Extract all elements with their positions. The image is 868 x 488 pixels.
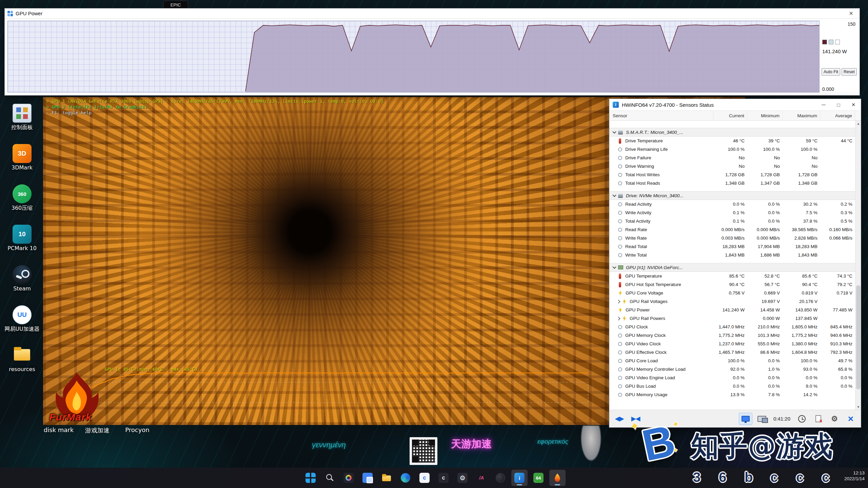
sensor-row[interactable]: GPU Hot Spot Temperature90.4 °C56.7 °C90… <box>609 280 855 289</box>
taskbar-aida-button[interactable]: /A <box>473 470 490 486</box>
collapse-chevron-icon[interactable] <box>612 130 616 134</box>
taskbar-hwinfo-button[interactable]: i <box>511 470 528 486</box>
sensor-row[interactable]: GPU Power141.240 W14.458 W143.850 W77.48… <box>609 306 855 314</box>
series-color-swatch[interactable] <box>829 40 833 44</box>
sensor-row[interactable]: Drive FailureNoNoNo <box>609 154 855 162</box>
value-maximum: No <box>783 155 820 160</box>
sensor-row[interactable]: GPU Video Clock1,237.0 MHz555.0 MHz1,380… <box>609 340 855 348</box>
lightning-icon <box>622 299 627 304</box>
series-color-swatch[interactable] <box>835 40 840 44</box>
vertical-scrollbar[interactable]: ▲ ▼ <box>855 121 861 410</box>
sensor-row[interactable]: Total Activity0.1 %0.0 %37.8 %0.5 % <box>609 217 855 225</box>
sensor-row[interactable]: GPU Rail Voltages19.697 V20.176 V <box>609 297 855 306</box>
sensor-icon <box>618 173 622 177</box>
sensor-row[interactable]: Read Activity0.0 %0.0 %30.2 %0.2 % <box>609 200 855 208</box>
desktop-icon-uu[interactable]: UU网易UU加速器 <box>2 305 42 332</box>
sensor-row[interactable]: GPU Memory Controller Load92.0 %1.0 %93.… <box>609 365 855 373</box>
thermometer-icon <box>619 282 621 287</box>
clock-button[interactable] <box>795 413 809 425</box>
reset-button[interactable]: Reset <box>842 68 857 76</box>
scroll-up-icon[interactable]: ▲ <box>855 121 861 126</box>
column-maximum[interactable]: Maximum <box>783 111 820 120</box>
taskbar-app-c-light-button[interactable]: c <box>416 470 433 486</box>
close-icon[interactable] <box>845 9 857 18</box>
column-sensor[interactable]: Sensor <box>609 111 713 120</box>
sensor-row[interactable]: GPU Memory Clock1,775.2 MHz101.3 MHz1,77… <box>609 331 855 340</box>
sensor-group-row[interactable]: S.M.A.R.T.: Micron_3400_... <box>609 128 855 137</box>
taskbar-settings-button[interactable]: ⚙ <box>454 470 471 486</box>
value-current: 1,775.2 MHz <box>713 333 747 338</box>
dual-monitor-icon <box>757 416 766 422</box>
desktop-icon-cpanel[interactable]: 控制面板 <box>2 104 42 130</box>
desktop-icon-label-procyon[interactable]: Procyon <box>122 426 153 433</box>
sensor-row[interactable]: GPU Temperature85.6 °C52.8 °C85.6 °C74.3… <box>609 272 855 280</box>
maximize-icon[interactable] <box>831 99 846 110</box>
desktop-icon-label-disk-mark[interactable]: disk mark <box>43 426 74 433</box>
sensor-group-row[interactable]: GPU [#1]: NVIDIA GeForc... <box>609 263 855 272</box>
sensor-row[interactable]: Write Rate0.003 MB/s0.000 MB/s2.828 MB/s… <box>609 234 855 242</box>
desktop-icon-pcmark[interactable]: 10PCMark 10 <box>2 225 42 251</box>
scroll-down-icon[interactable]: ▼ <box>855 404 861 410</box>
column-minimum[interactable]: Minimum <box>747 111 783 120</box>
taskbar-file-explorer-button[interactable] <box>378 470 395 486</box>
sensor-row[interactable]: Write Total1,843 MB1,686 MB1,843 MB <box>609 251 855 259</box>
taskbar-clock[interactable]: 12:13 2022/1/14 <box>844 470 865 482</box>
expand-chevron-icon[interactable] <box>616 317 620 320</box>
taskbar-photos-button[interactable] <box>340 470 357 486</box>
taskbar-app-c-dark-button[interactable]: c <box>435 470 452 486</box>
column-current[interactable]: Current <box>713 111 747 120</box>
settings-gear-button[interactable] <box>828 413 841 425</box>
sensor-row[interactable]: Drive WarningNoNoNo <box>609 162 855 170</box>
hwinfo-toolbar: ◀▶ ▶◀ 0:41:20 <box>609 410 861 427</box>
sensor-group-row[interactable]: Drive: NVMe Micron_3400... <box>609 191 855 200</box>
auto-fit-button[interactable]: Auto Fit <box>822 68 840 76</box>
sensor-row[interactable]: GPU Effective Clock1,465.7 MHz86.6 MHz1,… <box>609 348 855 357</box>
desktop-icon-mark3d[interactable]: 3D3DMark <box>2 144 42 171</box>
toolbar-close-button[interactable] <box>844 413 857 425</box>
sensor-row[interactable]: GPU Clock1,447.0 MHz210.0 MHz1,605.0 MHz… <box>609 323 855 331</box>
sensor-row[interactable]: GPU Video Engine Load0.0 %0.0 %0.0 %0.0 … <box>609 373 855 382</box>
sensor-row[interactable]: Total Host Writes1,728 GB1,728 GB1,728 G… <box>609 170 855 179</box>
sensor-row[interactable]: Drive Temperature46 °C39 °C59 °C44 °C <box>609 137 855 145</box>
sensor-icon <box>618 228 622 232</box>
sensor-row[interactable]: Read Total18,283 MB17,904 MB18,283 MB <box>609 242 855 251</box>
sensor-table-header[interactable]: Sensor Current Minimum Maximum Average <box>609 110 861 121</box>
taskbar-edge-button[interactable] <box>397 470 414 486</box>
sensor-row[interactable]: GPU Core Voltage0.756 V0.669 V0.819 V0.7… <box>609 289 855 297</box>
collapse-chevron-icon[interactable] <box>612 193 616 197</box>
desktop-icon-steam[interactable]: Steam <box>2 265 42 292</box>
sensor-row[interactable]: GPU Rail Powers0.000 W137.845 W <box>609 314 855 323</box>
close-icon[interactable] <box>846 99 861 110</box>
desktop-icon-z360[interactable]: 360360压缩 <box>2 184 42 211</box>
taskbar-start-button[interactable] <box>302 470 319 486</box>
taskbar-search-button[interactable] <box>321 470 338 486</box>
report-close-button[interactable] <box>811 413 825 425</box>
desktop-icon-folder[interactable]: resources <box>2 346 42 372</box>
value-maximum: 1,728 GB <box>783 172 820 177</box>
taskbar-task-view-button[interactable] <box>359 470 376 486</box>
nav-arrows-alt-button[interactable]: ▶◀ <box>629 413 643 425</box>
sensor-row[interactable]: GPU Memory Usage13.9 %7.8 %14.2 % <box>609 390 855 399</box>
collapse-chevron-icon[interactable] <box>612 265 616 269</box>
column-average[interactable]: Average <box>820 111 855 120</box>
sensor-row[interactable]: GPU Core Load100.0 %0.0 %100.0 %49.7 % <box>609 357 855 365</box>
series-color-swatch[interactable] <box>822 40 827 44</box>
sensor-row[interactable]: Total Host Reads1,348 GB1,347 GB1,348 GB <box>609 179 855 187</box>
scrollbar-thumb[interactable] <box>856 285 861 389</box>
sensor-row[interactable]: Read Rate0.000 MB/s0.000 MB/s38.565 MB/s… <box>609 225 855 234</box>
gpu-power-titlebar[interactable]: GPU Power <box>5 8 860 19</box>
taskbar-app-dark-circle-button[interactable] <box>492 470 509 486</box>
nav-arrows-button[interactable]: ◀▶ <box>613 413 626 425</box>
taskbar-furmark-button[interactable] <box>549 470 566 486</box>
monitor-view-button[interactable] <box>739 413 752 425</box>
hwinfo-titlebar[interactable]: i HWiNFO64 v7.20-4700 - Sensors Status <box>609 99 861 110</box>
minimize-icon[interactable] <box>816 99 831 110</box>
desktop-icon-label-game-boost[interactable]: 游戏加速 <box>82 426 113 434</box>
taskbar-app-64-button[interactable]: 64 <box>530 470 547 486</box>
dual-monitor-button[interactable] <box>755 413 769 425</box>
sensor-row[interactable]: Drive Remaining Life100.0 %100.0 %100.0 … <box>609 145 855 154</box>
expand-chevron-icon[interactable] <box>616 300 620 303</box>
sensor-row[interactable]: GPU Bus Load0.0 %0.0 %9.0 %0.0 % <box>609 382 855 390</box>
sensor-row[interactable]: Write Activity0.1 %0.0 %7.5 %0.3 % <box>609 208 855 217</box>
desktop-icon-label: Steam <box>13 286 31 292</box>
